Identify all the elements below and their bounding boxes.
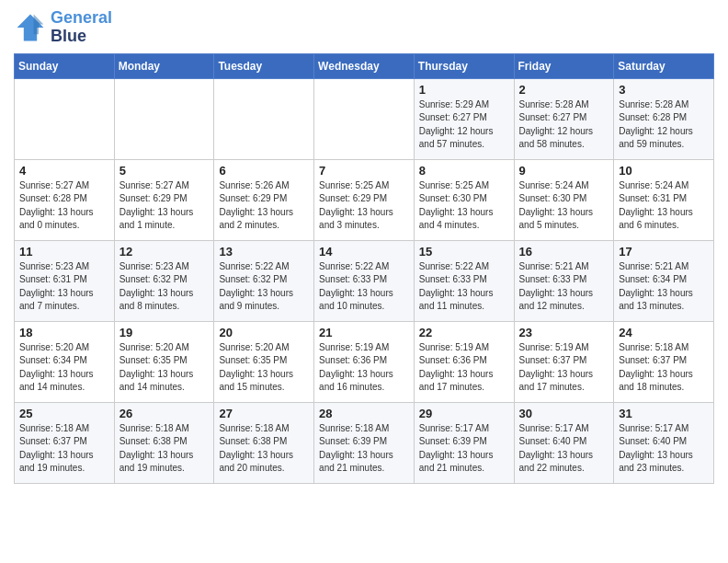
weekday-header-thursday: Thursday bbox=[414, 53, 514, 78]
day-number: 27 bbox=[219, 407, 309, 420]
day-number: 20 bbox=[219, 326, 309, 339]
weekday-header-saturday: Saturday bbox=[614, 53, 714, 78]
calendar-cell: 8Sunrise: 5:25 AM Sunset: 6:30 PM Daylig… bbox=[414, 159, 514, 240]
weekday-header-monday: Monday bbox=[114, 53, 214, 78]
svg-marker-0 bbox=[17, 14, 44, 40]
day-number: 8 bbox=[419, 164, 509, 178]
calendar-cell: 3Sunrise: 5:28 AM Sunset: 6:28 PM Daylig… bbox=[614, 78, 714, 159]
day-info: Sunrise: 5:24 AM Sunset: 6:31 PM Dayligh… bbox=[619, 179, 709, 233]
day-info: Sunrise: 5:28 AM Sunset: 6:27 PM Dayligh… bbox=[519, 98, 609, 152]
day-number: 19 bbox=[119, 326, 210, 339]
calendar-cell: 4Sunrise: 5:27 AM Sunset: 6:28 PM Daylig… bbox=[15, 159, 115, 240]
day-info: Sunrise: 5:19 AM Sunset: 6:36 PM Dayligh… bbox=[419, 341, 509, 395]
day-info: Sunrise: 5:25 AM Sunset: 6:29 PM Dayligh… bbox=[319, 179, 409, 233]
weekday-header-row: SundayMondayTuesdayWednesdayThursdayFrid… bbox=[15, 53, 714, 78]
day-info: Sunrise: 5:28 AM Sunset: 6:28 PM Dayligh… bbox=[619, 98, 709, 152]
calendar-cell: 30Sunrise: 5:17 AM Sunset: 6:40 PM Dayli… bbox=[514, 402, 614, 483]
day-number: 3 bbox=[619, 83, 709, 97]
day-info: Sunrise: 5:29 AM Sunset: 6:27 PM Dayligh… bbox=[419, 98, 509, 152]
calendar-cell: 15Sunrise: 5:22 AM Sunset: 6:33 PM Dayli… bbox=[414, 240, 514, 321]
day-number: 10 bbox=[619, 164, 709, 178]
calendar-cell: 24Sunrise: 5:18 AM Sunset: 6:37 PM Dayli… bbox=[614, 321, 714, 402]
day-number: 2 bbox=[519, 83, 609, 97]
day-number: 7 bbox=[319, 164, 409, 178]
day-number: 17 bbox=[619, 245, 709, 259]
calendar-cell: 21Sunrise: 5:19 AM Sunset: 6:36 PM Dayli… bbox=[314, 321, 415, 402]
calendar-cell: 22Sunrise: 5:19 AM Sunset: 6:36 PM Dayli… bbox=[414, 321, 514, 402]
day-number: 15 bbox=[419, 245, 509, 259]
weekday-header-tuesday: Tuesday bbox=[214, 53, 314, 78]
calendar-cell: 20Sunrise: 5:20 AM Sunset: 6:35 PM Dayli… bbox=[214, 321, 314, 402]
calendar-cell: 6Sunrise: 5:26 AM Sunset: 6:29 PM Daylig… bbox=[214, 159, 314, 240]
logo-icon bbox=[14, 11, 47, 44]
day-number: 9 bbox=[519, 164, 609, 178]
day-number: 31 bbox=[619, 407, 709, 420]
weekday-header-sunday: Sunday bbox=[15, 53, 115, 78]
day-number: 4 bbox=[19, 164, 109, 178]
day-info: Sunrise: 5:18 AM Sunset: 6:38 PM Dayligh… bbox=[119, 422, 210, 476]
day-info: Sunrise: 5:18 AM Sunset: 6:37 PM Dayligh… bbox=[19, 422, 109, 476]
day-info: Sunrise: 5:24 AM Sunset: 6:30 PM Dayligh… bbox=[519, 179, 609, 233]
day-number: 18 bbox=[19, 326, 109, 339]
day-number: 6 bbox=[219, 164, 309, 178]
day-info: Sunrise: 5:22 AM Sunset: 6:32 PM Dayligh… bbox=[219, 260, 309, 314]
day-info: Sunrise: 5:27 AM Sunset: 6:29 PM Dayligh… bbox=[119, 179, 210, 233]
calendar-cell: 29Sunrise: 5:17 AM Sunset: 6:39 PM Dayli… bbox=[414, 402, 514, 483]
calendar-cell: 12Sunrise: 5:23 AM Sunset: 6:32 PM Dayli… bbox=[114, 240, 214, 321]
day-number: 22 bbox=[419, 326, 509, 339]
svg-marker-1 bbox=[34, 14, 44, 34]
calendar-cell: 13Sunrise: 5:22 AM Sunset: 6:32 PM Dayli… bbox=[214, 240, 314, 321]
day-info: Sunrise: 5:19 AM Sunset: 6:37 PM Dayligh… bbox=[519, 341, 609, 395]
calendar-cell bbox=[214, 78, 314, 159]
day-info: Sunrise: 5:21 AM Sunset: 6:33 PM Dayligh… bbox=[519, 260, 609, 314]
calendar-table: SundayMondayTuesdayWednesdayThursdayFrid… bbox=[14, 53, 714, 484]
day-number: 25 bbox=[19, 407, 109, 420]
day-info: Sunrise: 5:26 AM Sunset: 6:29 PM Dayligh… bbox=[219, 179, 309, 233]
day-info: Sunrise: 5:20 AM Sunset: 6:34 PM Dayligh… bbox=[19, 341, 109, 395]
day-number: 14 bbox=[319, 245, 409, 259]
day-info: Sunrise: 5:22 AM Sunset: 6:33 PM Dayligh… bbox=[419, 260, 509, 314]
calendar-cell: 11Sunrise: 5:23 AM Sunset: 6:31 PM Dayli… bbox=[15, 240, 115, 321]
calendar-cell: 16Sunrise: 5:21 AM Sunset: 6:33 PM Dayli… bbox=[514, 240, 614, 321]
calendar-cell: 9Sunrise: 5:24 AM Sunset: 6:30 PM Daylig… bbox=[514, 159, 614, 240]
day-number: 28 bbox=[319, 407, 409, 420]
day-info: Sunrise: 5:20 AM Sunset: 6:35 PM Dayligh… bbox=[219, 341, 309, 395]
day-info: Sunrise: 5:23 AM Sunset: 6:32 PM Dayligh… bbox=[119, 260, 210, 314]
weekday-header-friday: Friday bbox=[514, 53, 614, 78]
day-number: 1 bbox=[419, 83, 509, 97]
day-number: 24 bbox=[619, 326, 709, 339]
day-info: Sunrise: 5:18 AM Sunset: 6:38 PM Dayligh… bbox=[219, 422, 309, 476]
day-info: Sunrise: 5:17 AM Sunset: 6:40 PM Dayligh… bbox=[619, 422, 709, 476]
day-info: Sunrise: 5:20 AM Sunset: 6:35 PM Dayligh… bbox=[119, 341, 210, 395]
day-number: 12 bbox=[119, 245, 210, 259]
day-number: 11 bbox=[19, 245, 109, 259]
calendar-cell: 25Sunrise: 5:18 AM Sunset: 6:37 PM Dayli… bbox=[15, 402, 115, 483]
week-row-4: 18Sunrise: 5:20 AM Sunset: 6:34 PM Dayli… bbox=[15, 321, 714, 402]
calendar-cell: 1Sunrise: 5:29 AM Sunset: 6:27 PM Daylig… bbox=[414, 78, 514, 159]
day-number: 29 bbox=[419, 407, 509, 420]
weekday-header-wednesday: Wednesday bbox=[314, 53, 415, 78]
calendar-cell: 2Sunrise: 5:28 AM Sunset: 6:27 PM Daylig… bbox=[514, 78, 614, 159]
calendar-cell: 27Sunrise: 5:18 AM Sunset: 6:38 PM Dayli… bbox=[214, 402, 314, 483]
day-number: 23 bbox=[519, 326, 609, 339]
day-info: Sunrise: 5:25 AM Sunset: 6:30 PM Dayligh… bbox=[419, 179, 509, 233]
logo: General Blue bbox=[14, 9, 112, 46]
calendar-cell: 19Sunrise: 5:20 AM Sunset: 6:35 PM Dayli… bbox=[114, 321, 214, 402]
day-info: Sunrise: 5:27 AM Sunset: 6:28 PM Dayligh… bbox=[19, 179, 109, 233]
calendar-cell: 17Sunrise: 5:21 AM Sunset: 6:34 PM Dayli… bbox=[614, 240, 714, 321]
week-row-1: 1Sunrise: 5:29 AM Sunset: 6:27 PM Daylig… bbox=[15, 78, 714, 159]
day-info: Sunrise: 5:18 AM Sunset: 6:37 PM Dayligh… bbox=[619, 341, 709, 395]
day-number: 21 bbox=[319, 326, 409, 339]
calendar-cell bbox=[15, 78, 115, 159]
calendar-cell: 28Sunrise: 5:18 AM Sunset: 6:39 PM Dayli… bbox=[314, 402, 415, 483]
day-info: Sunrise: 5:18 AM Sunset: 6:39 PM Dayligh… bbox=[319, 422, 409, 476]
day-info: Sunrise: 5:23 AM Sunset: 6:31 PM Dayligh… bbox=[19, 260, 109, 314]
day-number: 26 bbox=[119, 407, 210, 420]
calendar-cell: 26Sunrise: 5:18 AM Sunset: 6:38 PM Dayli… bbox=[114, 402, 214, 483]
day-number: 30 bbox=[519, 407, 609, 420]
calendar-cell bbox=[114, 78, 214, 159]
calendar-cell: 10Sunrise: 5:24 AM Sunset: 6:31 PM Dayli… bbox=[614, 159, 714, 240]
day-info: Sunrise: 5:22 AM Sunset: 6:33 PM Dayligh… bbox=[319, 260, 409, 314]
day-info: Sunrise: 5:21 AM Sunset: 6:34 PM Dayligh… bbox=[619, 260, 709, 314]
day-info: Sunrise: 5:17 AM Sunset: 6:39 PM Dayligh… bbox=[419, 422, 509, 476]
